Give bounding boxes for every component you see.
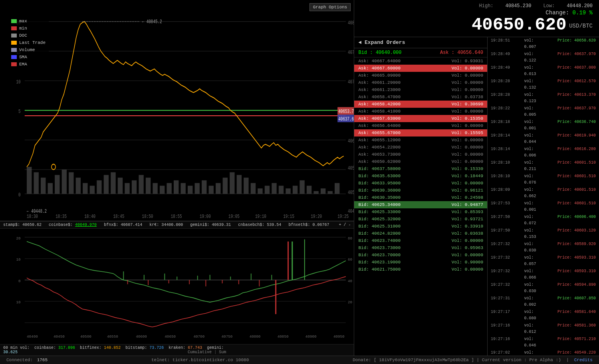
order-row: Ask: 40650.62000Vol: 0.00000 bbox=[354, 158, 487, 165]
order-row: Ask: 40655.67000Vol: 0.15595 bbox=[354, 129, 487, 136]
order-price: Bid: 40635.63000 bbox=[358, 173, 401, 179]
price-chart-area: Graph Options max min DOC Last T bbox=[0, 0, 354, 221]
legend-ema-color bbox=[11, 62, 17, 66]
low-label: Low: bbox=[543, 3, 555, 9]
order-volume: Vol: 0.00000 bbox=[452, 144, 483, 150]
legend-max: max bbox=[11, 18, 46, 25]
svg-text:40950: 40950 bbox=[333, 334, 345, 339]
volume-labels-bar: 60 min vol: coinbase: 317.096 bitfinex: … bbox=[0, 344, 354, 356]
order-volume: Vol: 0.00000 bbox=[452, 65, 483, 71]
trade-row: 19:27:50vol: 0.072Price: 40606.400 bbox=[488, 214, 599, 227]
ticker-kr-label: kr€: bbox=[149, 223, 159, 227]
trade-price: Price: 40593.310 bbox=[557, 268, 596, 281]
legend-volume: Volume bbox=[11, 46, 46, 53]
trade-time: 19:27:32 bbox=[491, 241, 513, 254]
trade-vol: vol: 0.012 bbox=[524, 350, 546, 356]
order-volume: Vol: 0.00000 bbox=[452, 237, 483, 244]
order-price: Bid: 40625.33000 bbox=[358, 209, 401, 215]
order-price: Ask: 40665.09000 bbox=[358, 72, 401, 79]
order-volume: Vol: 0.95963 bbox=[452, 245, 483, 251]
legend-ema: EMA bbox=[11, 61, 46, 68]
trade-time: 19:28:14 bbox=[491, 133, 513, 145]
order-price: Ask: 40661.23000 bbox=[358, 87, 401, 93]
trade-time: 19:28:14 bbox=[491, 146, 513, 159]
svg-text:40600: 40600 bbox=[136, 334, 147, 339]
trade-vol: vol: 0.057 bbox=[524, 255, 546, 267]
svg-rect-52 bbox=[251, 183, 256, 194]
order-price: Bid: 40630.35000 bbox=[358, 194, 401, 201]
trade-time: 19:28:10 bbox=[491, 173, 513, 186]
order-volume: Vol: 0.94877 bbox=[452, 202, 483, 208]
order-row: Bid: 40625.34000Vol: 0.94877 bbox=[354, 201, 487, 208]
trade-price: Price: 40619.940 bbox=[557, 133, 596, 145]
svg-rect-30 bbox=[97, 180, 101, 194]
order-volume: Vol: 0.24598 bbox=[452, 194, 483, 201]
connected-info: Connected: 1765 bbox=[6, 358, 48, 362]
trade-time: 19:27:32 bbox=[491, 255, 513, 267]
trade-row: 19:27:02vol: 0.012Price: 40549.220 bbox=[488, 349, 599, 356]
trade-row: 19:27:17vol: 0.080Price: 40581.640 bbox=[488, 309, 599, 322]
svg-text:40: 40 bbox=[348, 279, 352, 283]
svg-text:19:15: 19:15 bbox=[283, 214, 294, 219]
graph-options-button[interactable]: Graph Options bbox=[309, 3, 351, 11]
svg-text:40450: 40450 bbox=[54, 334, 65, 339]
order-price: Ask: 40653.73000 bbox=[358, 151, 401, 158]
order-price: Bid: 40621.75000 bbox=[358, 266, 401, 273]
svg-text:40400: 40400 bbox=[27, 334, 38, 339]
legend-lasttrade-label: Last Trade bbox=[19, 39, 46, 46]
trade-price: Price: 40549.220 bbox=[557, 350, 596, 356]
legend-sma: SMA bbox=[11, 53, 46, 61]
svg-text:40550: 40550 bbox=[348, 166, 354, 171]
svg-rect-59 bbox=[300, 180, 304, 194]
svg-rect-33 bbox=[118, 178, 123, 194]
trade-row: 19:27:32vol: 0.057Price: 40593.310 bbox=[488, 254, 599, 268]
credits-link[interactable]: Credits bbox=[574, 358, 593, 362]
order-price: Bid: 40623.73000 bbox=[358, 245, 401, 251]
trade-price: Price: 40636.740 bbox=[557, 119, 596, 132]
cumulative-label[interactable]: Cumulative bbox=[188, 350, 212, 354]
ticker-coinbase-label: coinbase$: bbox=[49, 223, 73, 227]
order-price: Bid: 40625.32000 bbox=[358, 216, 401, 222]
vol-coinbase-label: coinbase: bbox=[34, 346, 56, 350]
sum-label[interactable]: Sum bbox=[219, 350, 226, 354]
svg-text:40700: 40700 bbox=[193, 334, 204, 339]
zoom-control[interactable]: + / - bbox=[339, 223, 351, 227]
order-volume: Vol: 0.15330 bbox=[452, 166, 483, 172]
svg-text:40850: 40850 bbox=[278, 334, 289, 339]
svg-text:10: 10 bbox=[16, 300, 20, 305]
order-row: Bid: 40633.95000Vol: 0.00000 bbox=[354, 180, 487, 187]
trade-vol: vol: 0.046 bbox=[524, 336, 546, 349]
order-volume: Vol: 0.15350 bbox=[452, 115, 483, 122]
high-value: 40845.230 bbox=[506, 3, 532, 9]
trade-price: Price: 40637.970 bbox=[557, 105, 596, 118]
svg-rect-55 bbox=[272, 183, 276, 194]
svg-rect-34 bbox=[125, 183, 129, 194]
ticker-bfnx-label: bfnx$: bbox=[104, 223, 118, 227]
legend-lasttrade-color bbox=[11, 41, 17, 45]
trade-vol: vol: 0.062 bbox=[524, 187, 546, 200]
vol-bitstamp-value: 73.726 bbox=[149, 346, 164, 350]
trade-row: 19:28:49vol: 0.122Price: 40637.970 bbox=[488, 51, 599, 64]
ticker-cnbasebch-value: 539.54 bbox=[267, 223, 281, 227]
svg-rect-43 bbox=[188, 186, 192, 194]
trade-time: 19:27:50 bbox=[491, 214, 513, 227]
expand-orders-button[interactable]: ◄ Expand Orders bbox=[354, 37, 487, 48]
orders-list: Ask: 40667.64000Vol: 0.93031Ask: 40667.6… bbox=[354, 57, 487, 356]
svg-text:← 40845.2: ← 40845.2 bbox=[142, 19, 162, 24]
svg-rect-29 bbox=[90, 186, 95, 194]
price-high-low-row: High: 40845.230 Low: 40448.200 bbox=[479, 3, 593, 9]
trade-vol: vol: 0.080 bbox=[524, 309, 546, 322]
ticker-bfnxeth-value: 0.06767 bbox=[312, 223, 329, 227]
legend-last-trade: Last Trade bbox=[11, 39, 46, 46]
trade-vol: vol: 0.132 bbox=[524, 78, 546, 91]
svg-text:18:50: 18:50 bbox=[142, 214, 153, 219]
order-volume: Vol: 0.18449 bbox=[452, 173, 483, 179]
trade-vol: vol: 0.006 bbox=[524, 146, 546, 159]
svg-text:5: 5 bbox=[18, 109, 21, 114]
trade-vol: vol: 0.211 bbox=[524, 160, 546, 172]
svg-rect-46 bbox=[209, 186, 214, 194]
svg-rect-54 bbox=[265, 186, 270, 194]
order-row: Bid: 40621.75000Vol: 0.00000 bbox=[354, 266, 487, 273]
trade-price: Price: 40613.370 bbox=[557, 92, 596, 105]
vol-bitfinex-value: 140.852 bbox=[104, 346, 121, 350]
